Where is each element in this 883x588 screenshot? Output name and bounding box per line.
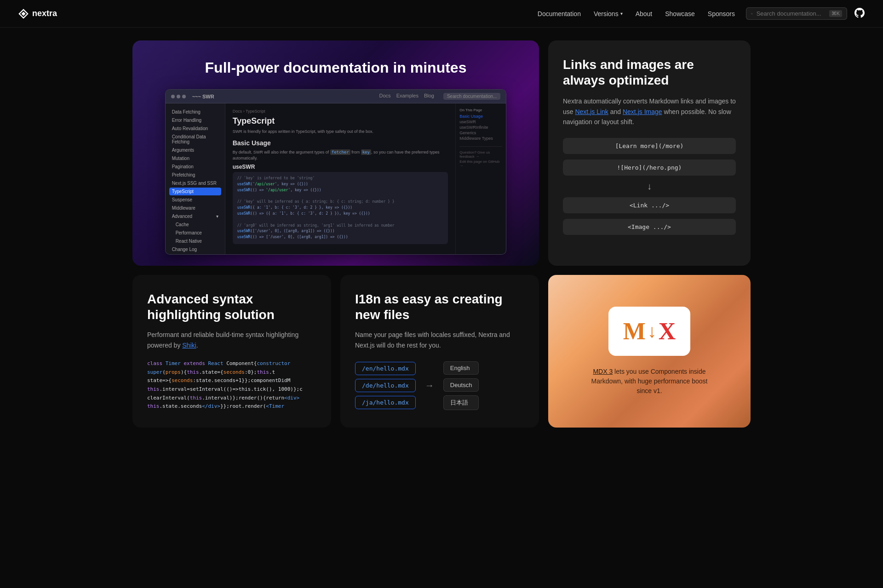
sidebar-cache: Cache [169, 221, 221, 228]
hero-screenshot: ~~~ SWR Docs Examples Blog Search docume… [165, 89, 507, 255]
doc-h1: TypeScript [233, 116, 448, 126]
logo[interactable]: nextra [18, 9, 57, 19]
mdx-letter-x: X [659, 318, 676, 345]
doc-basic-usage-desc: By default, SWR will also infer the argu… [233, 149, 448, 161]
nav-sponsors[interactable]: Sponsors [708, 10, 735, 17]
sidebar-conditional: Conditional Data Fetching [169, 133, 221, 146]
after-code-1: <Link .../> [563, 197, 736, 213]
links-card: Links and images arealways optimized Nex… [548, 40, 751, 266]
nextjs-link-anchor[interactable]: Next.js Link [575, 108, 608, 115]
search-input[interactable] [757, 10, 826, 17]
nav-versions-dropdown[interactable]: Versions ▾ [594, 10, 623, 17]
sidebar-auto-revalidation: Auto Revalidation [169, 125, 221, 132]
sidebar-error-handling: Error Handling [169, 116, 221, 124]
versions-chevron-icon: ▾ [620, 11, 623, 16]
i18n-arrow-icon: → [425, 380, 434, 391]
sidebar-performance: Performance [169, 229, 221, 237]
doc-sidebar: Data Fetching Error Handling Auto Revali… [166, 103, 225, 255]
nextjs-image-anchor[interactable]: Next.js Image [623, 108, 662, 115]
toc-feedback: Question? Give us feedback → [459, 150, 502, 159]
sidebar-arguments: Arguments [169, 146, 221, 154]
before-code-2: ![Hero](/hero.png) [563, 160, 736, 176]
after-code-2: <Image .../> [563, 219, 736, 235]
sidebar-mutation: Mutation [169, 154, 221, 162]
mdx-version-link[interactable]: MDX 3 [593, 368, 613, 375]
browser-nav-links: Docs Examples Blog Search documentation.… [379, 93, 501, 100]
browser-nav-blog: Blog [424, 93, 434, 100]
toc-basic-usage: Basic Usage [459, 114, 502, 119]
nav-about[interactable]: About [636, 10, 653, 17]
sidebar-advanced: Advanced ▾ [169, 212, 221, 220]
sidebar-change-log: Change Log [169, 245, 221, 253]
i18n-card: I18n as easy as creating new files Name … [340, 275, 539, 428]
svg-line-3 [752, 14, 753, 14]
doc-h2: Basic Usage [233, 139, 448, 147]
navbar: nextra Documentation Versions ▾ About Sh… [0, 0, 883, 28]
browser-search: Search documentation... [443, 93, 500, 100]
links-title: Links and images arealways optimized [563, 57, 736, 88]
i18n-description: Name your page files with locales suffix… [355, 330, 524, 350]
github-icon[interactable] [854, 8, 865, 20]
nav-documentation[interactable]: Documentation [538, 10, 581, 17]
logo-text: nextra [32, 9, 57, 18]
browser-chrome: ~~~ SWR Docs Examples Blog Search docume… [166, 90, 506, 103]
sidebar-react-native: React Native [169, 237, 221, 245]
links-transform-demo: [Learn more](/more) ![Hero](/hero.png) ↓… [563, 138, 736, 235]
mdx-description: MDX 3 lets you use Components inside Mar… [585, 367, 714, 396]
toc-useswrinfinite: useSWRInfinite [459, 125, 502, 130]
main-content: Full-power documentation in minutes ~~~ … [120, 28, 763, 440]
nav-links: Documentation Versions ▾ About Showcase … [538, 10, 735, 18]
browser-nav-examples: Examples [396, 93, 419, 100]
i18n-label-de: Deutsch [443, 378, 479, 392]
sidebar-typescript: TypeScript [169, 188, 221, 195]
sidebar-nextjs-ssg: Next.js SSG and SSR [169, 179, 221, 187]
i18n-label-ja: 日本語 [443, 395, 479, 410]
toc-middleware-types: Middleware Types [459, 136, 502, 141]
doc-desc: SWR is friendly for apps written in Type… [233, 129, 448, 135]
mdx-logo: M ↓ X [608, 307, 691, 356]
browser-logo: ~~~ SWR [192, 94, 214, 99]
syntax-card: Advanced syntax highlighting solution Pe… [132, 275, 331, 428]
i18n-file-en: /en/hello.mdx [355, 362, 416, 375]
nav-showcase[interactable]: Showcase [665, 10, 695, 17]
doc-breadcrumb: Docs › TypeScript [233, 109, 448, 114]
toc-edit: Edit this page on GitHub → [459, 160, 502, 168]
hero-title: Full-power documentation in minutes [205, 59, 467, 76]
sidebar-middleware: Middleware [169, 204, 221, 212]
before-code-1: [Learn more](/more) [563, 138, 736, 154]
browser-dot-green [182, 95, 186, 98]
doc-layout: Data Fetching Error Handling Auto Revali… [166, 103, 506, 255]
doc-h3: useSWR [233, 164, 448, 170]
i18n-demo: /en/hello.mdx /de/hello.mdx /ja/hello.md… [355, 361, 524, 410]
i18n-title: I18n as easy as creating new files [355, 291, 524, 322]
i18n-label-en: English [443, 361, 479, 375]
logo-icon [18, 9, 29, 19]
i18n-file-de: /de/hello.mdx [355, 379, 416, 392]
sidebar-suspense: Suspense [169, 196, 221, 204]
shiki-link[interactable]: Shiki [182, 342, 196, 349]
sidebar-pagination: Pagination [169, 163, 221, 171]
toc-generics: Generics [459, 131, 502, 135]
svg-marker-1 [21, 11, 25, 16]
transform-arrow-icon: ↓ [647, 181, 652, 192]
browser-dot-red [171, 95, 175, 98]
i18n-file-ja: /ja/hello.mdx [355, 396, 416, 409]
sidebar-data-fetching: Data Fetching [169, 108, 221, 116]
browser-dots [171, 95, 186, 98]
code-block: // 'key' is inferred to be 'string' useS… [233, 172, 448, 244]
mdx-card: M ↓ X MDX 3 lets you use Components insi… [548, 275, 751, 428]
syntax-description: Performant and reliable build-time synta… [147, 330, 316, 350]
browser-nav-docs: Docs [379, 93, 391, 100]
search-box[interactable]: ⌘K [746, 7, 847, 20]
i18n-labels: English Deutsch 日本語 [443, 361, 479, 410]
mdx-arrow-icon: ↓ [648, 321, 657, 342]
hero-card: Full-power documentation in minutes ~~~ … [132, 40, 539, 266]
search-icon [751, 11, 753, 17]
toc-useswr: useSWR [459, 120, 502, 124]
browser-dot-yellow [177, 95, 180, 98]
syntax-title: Advanced syntax highlighting solution [147, 291, 316, 322]
svg-point-2 [751, 13, 752, 14]
syntax-code-preview: class Timer extends React Component{cons… [147, 360, 316, 411]
links-description: Nextra automatically converts Markdown l… [563, 96, 736, 127]
sidebar-prefetching: Prefetching [169, 171, 221, 179]
